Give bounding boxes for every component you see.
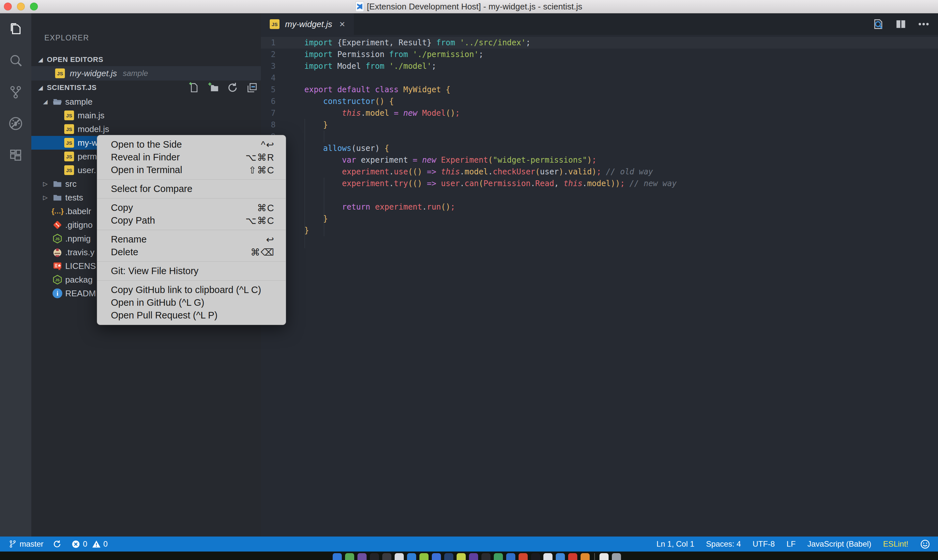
cursor-position[interactable]: Ln 1, Col 1 bbox=[656, 540, 695, 549]
split-icon bbox=[894, 26, 907, 32]
tree-item-sample[interactable]: ◢sample bbox=[31, 95, 261, 109]
code-line-7: 7 this.model = new Model(); bbox=[261, 107, 938, 119]
tab-close-icon[interactable]: × bbox=[339, 19, 345, 29]
dock-icon[interactable] bbox=[599, 553, 608, 560]
menu-item-open-in-terminal[interactable]: Open in Terminal⇧⌘C bbox=[97, 164, 286, 176]
dock-icon[interactable] bbox=[357, 553, 367, 560]
dock-icon[interactable] bbox=[544, 553, 553, 560]
activity-search[interactable] bbox=[0, 45, 31, 77]
dock-icon[interactable] bbox=[419, 553, 428, 560]
menu-item-shortcut: ⌥⌘R bbox=[246, 152, 275, 163]
open-editor-item[interactable]: JS my-widget.js sample bbox=[31, 66, 261, 80]
open-editors-header[interactable]: ◢ OPEN EDITORS bbox=[31, 53, 261, 66]
menu-item-open-in-github-l-g[interactable]: Open in GitHub (^L G) bbox=[97, 296, 286, 309]
dock-icon[interactable] bbox=[370, 553, 379, 560]
js-file-icon: JS bbox=[64, 138, 74, 148]
language-mode[interactable]: JavaScript (Babel) bbox=[807, 540, 872, 549]
tab-label: my-widget.js bbox=[285, 19, 332, 29]
git-file-file-icon bbox=[52, 220, 63, 230]
menu-item-git-view-file-history[interactable]: Git: View File History bbox=[97, 265, 286, 277]
dock-icon[interactable] bbox=[394, 553, 404, 560]
new-file-button[interactable] bbox=[187, 82, 200, 94]
refresh-button[interactable] bbox=[226, 82, 239, 94]
code-editor-surface[interactable]: 1import {Experiment, Result} from '../sr… bbox=[261, 35, 938, 537]
dock-icon[interactable] bbox=[407, 553, 416, 560]
tree-item-model-js[interactable]: JSmodel.js bbox=[31, 122, 261, 136]
menu-item-copy[interactable]: Copy⌘C bbox=[97, 202, 286, 214]
new-folder-button[interactable] bbox=[207, 82, 219, 94]
encoding[interactable]: UTF-8 bbox=[753, 540, 775, 549]
dock-icon[interactable] bbox=[333, 553, 342, 560]
git-branch-status[interactable]: master bbox=[8, 540, 43, 549]
collapse-all-button[interactable] bbox=[246, 82, 258, 94]
menu-item-open-pull-request-l-p[interactable]: Open Pull Request (^L P) bbox=[97, 309, 286, 322]
menu-item-label: Open to the Side bbox=[111, 139, 182, 150]
dock-icon[interactable] bbox=[556, 553, 565, 560]
menu-item-rename[interactable]: Rename↩ bbox=[97, 233, 286, 246]
sync-button[interactable] bbox=[52, 540, 62, 549]
folder-open-file-icon bbox=[52, 97, 63, 107]
macos-dock-strip bbox=[0, 552, 938, 560]
folder-section-header[interactable]: ◢ SCIENTIST.JS bbox=[31, 80, 261, 95]
dock-icon[interactable] bbox=[506, 553, 515, 560]
menu-item-copy-path[interactable]: Copy Path⌥⌘C bbox=[97, 214, 286, 227]
status-left: master 0 0 bbox=[8, 540, 108, 549]
new-folder-icon bbox=[207, 87, 219, 95]
menu-item-label: Copy GitHub link to clipboard (^L C) bbox=[111, 285, 261, 295]
folder-section-label: SCIENTIST.JS bbox=[47, 83, 97, 92]
dock-icon[interactable] bbox=[432, 553, 441, 560]
minimize-button[interactable] bbox=[17, 3, 25, 11]
dock-icon[interactable] bbox=[612, 553, 621, 560]
eol[interactable]: LF bbox=[787, 540, 796, 549]
dock-icon[interactable] bbox=[382, 553, 391, 560]
dock-icon[interactable] bbox=[444, 553, 453, 560]
tree-item-label: READM bbox=[65, 288, 96, 298]
activity-explorer[interactable] bbox=[0, 13, 31, 45]
tree-item-label: LICENS bbox=[65, 261, 96, 271]
editor-actions bbox=[872, 13, 930, 35]
menu-item-select-for-compare[interactable]: Select for Compare bbox=[97, 183, 286, 195]
status-bar: master 0 0 Ln 1, Col 1Spaces: 4UTF-8LFJa… bbox=[0, 537, 938, 552]
dock-icon[interactable] bbox=[457, 553, 466, 560]
menu-item-shortcut: ⌘C bbox=[257, 202, 275, 214]
activity-bar bbox=[0, 13, 31, 537]
indentation[interactable]: Spaces: 4 bbox=[706, 540, 741, 549]
dock-icon[interactable] bbox=[481, 553, 491, 560]
dock-icon[interactable] bbox=[581, 553, 590, 560]
activity-extensions[interactable] bbox=[0, 140, 31, 171]
menu-item-reveal-in-finder[interactable]: Reveal in Finder⌥⌘R bbox=[97, 151, 286, 164]
eslint-status[interactable]: ESLint! bbox=[883, 540, 908, 549]
split-editor-button[interactable] bbox=[894, 18, 907, 31]
chevron-expanded-icon: ◢ bbox=[39, 85, 43, 91]
close-button[interactable] bbox=[4, 3, 12, 11]
menu-item-open-to-the-side[interactable]: Open to the Side^↩ bbox=[97, 138, 286, 151]
dock-icon[interactable] bbox=[494, 553, 503, 560]
vscode-app-icon bbox=[356, 2, 363, 11]
line-number: 3 bbox=[261, 60, 276, 72]
zoom-button[interactable] bbox=[30, 3, 38, 11]
branch-name: master bbox=[20, 540, 43, 549]
feedback-smiley[interactable] bbox=[920, 539, 930, 549]
ellipsis-icon bbox=[917, 26, 930, 32]
open-editor-filename: my-widget.js bbox=[70, 68, 117, 78]
menu-item-shortcut: ⇧⌘C bbox=[248, 165, 275, 176]
dock-icon[interactable] bbox=[531, 553, 540, 560]
tree-item-main-js[interactable]: JSmain.js bbox=[31, 109, 261, 122]
menu-item-copy-github-link-to-clipboard-l-c[interactable]: Copy GitHub link to clipboard (^L C) bbox=[97, 284, 286, 296]
dock-icon[interactable] bbox=[519, 553, 528, 560]
dock-icon[interactable] bbox=[345, 553, 354, 560]
travis-file-icon bbox=[52, 247, 63, 257]
tab-my-widget[interactable]: JS my-widget.js × bbox=[261, 13, 354, 35]
activity-source-control[interactable] bbox=[0, 77, 31, 108]
open-preview-button[interactable] bbox=[872, 18, 884, 31]
twistie-expanded-icon: ◢ bbox=[43, 98, 48, 105]
svg-text:JS: JS bbox=[55, 237, 60, 241]
menu-item-delete[interactable]: Delete⌘⌫ bbox=[97, 246, 286, 258]
error-icon bbox=[71, 540, 80, 549]
dock-icon[interactable] bbox=[568, 553, 577, 560]
tree-item-label: .babelr bbox=[65, 206, 91, 217]
dock-icon[interactable] bbox=[469, 553, 478, 560]
more-actions-button[interactable] bbox=[917, 18, 930, 31]
problems-status[interactable]: 0 0 bbox=[71, 540, 108, 549]
activity-debug[interactable] bbox=[0, 108, 31, 140]
